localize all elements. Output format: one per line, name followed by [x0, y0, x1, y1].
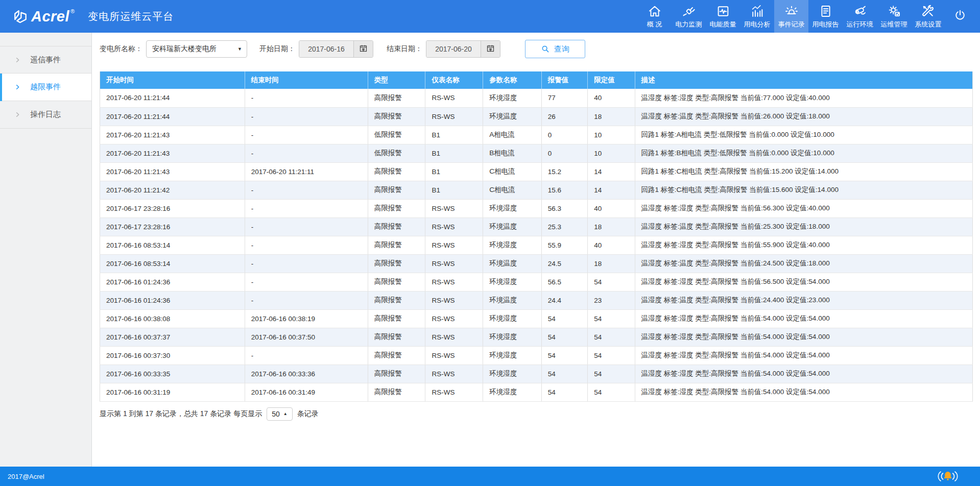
cell-alarm-value: 54: [541, 309, 588, 328]
search-icon: [541, 44, 550, 54]
cell-param-name: 环境湿度: [483, 383, 542, 401]
power-quality-icon: [716, 4, 730, 18]
cell-type: 高限报警: [368, 199, 425, 217]
brand: Acrel ® 变电所运维云平台: [0, 0, 174, 33]
nav-item-1[interactable]: 概 况: [637, 0, 672, 33]
col-start-time: 开始时间: [100, 71, 245, 89]
cell-end-time: -: [245, 217, 368, 236]
cell-description: 温湿度 标签:温度 类型:高限报警 当前值:25.300 设定值:18.000: [635, 217, 972, 236]
cell-meter-name: RS-WS: [425, 199, 483, 217]
table-body: 2017-06-20 11:21:44-高限报警RS-WS环境湿度7740温湿度…: [100, 89, 973, 401]
start-date-input[interactable]: [299, 41, 353, 57]
cell-type: 高限报警: [368, 217, 425, 236]
cell-description: 回路1 标签:B相电流 类型:低限报警 当前值:0.000 设定值:10.000: [635, 144, 972, 162]
cell-end-time: -: [245, 181, 368, 199]
cell-end-time: -: [245, 346, 368, 364]
events-table: 开始时间结束时间类型仪表名称参数名称报警值限定值描述 2017-06-20 11…: [100, 71, 973, 402]
copyright-text: 2017@Acrel: [8, 473, 44, 480]
cell-type: 高限报警: [368, 346, 425, 364]
cell-param-name: 环境温度: [483, 254, 542, 273]
nav-item-3[interactable]: 电能质量: [706, 0, 740, 33]
col-meter-name: 仪表名称: [425, 71, 483, 89]
nav-item-9[interactable]: 系统设置: [911, 0, 945, 33]
cell-param-name: C相电流: [483, 181, 542, 199]
nav-item-6[interactable]: 用电报告: [808, 0, 843, 33]
cell-param-name: 环境温度: [483, 291, 542, 309]
notification-bell-icon[interactable]: [936, 469, 960, 483]
table-row: 2017-06-20 11:21:44-高限报警RS-WS环境湿度7740温湿度…: [100, 89, 973, 107]
nav-item-4[interactable]: 用电分析: [740, 0, 774, 33]
cell-start-time: 2017-06-16 08:53:14: [100, 236, 245, 254]
cell-end-time: -: [245, 273, 368, 291]
sidebar-item-3[interactable]: 操作日志: [0, 101, 91, 129]
sidebar-item-1[interactable]: 遥信事件: [0, 46, 91, 74]
cell-alarm-value: 24.4: [541, 291, 588, 309]
cell-param-name: 环境湿度: [483, 328, 542, 346]
registered-trademark: ®: [70, 8, 75, 14]
page-size-select[interactable]: 50 ▲: [267, 407, 293, 421]
cell-alarm-value: 56.3: [541, 199, 588, 217]
chevron-right-icon: [14, 111, 21, 118]
table-row: 2017-06-16 01:24:36-高限报警RS-WS环境温度24.423温…: [100, 291, 973, 309]
cell-type: 高限报警: [368, 236, 425, 254]
cell-alarm-value: 24.5: [541, 254, 588, 273]
cell-meter-name: RS-WS: [425, 346, 483, 364]
cell-meter-name: RS-WS: [425, 328, 483, 346]
cell-description: 温湿度 标签:湿度 类型:高限报警 当前值:55.900 设定值:40.000: [635, 236, 972, 254]
logo-text: Acrel: [31, 8, 69, 25]
cell-type: 高限报警: [368, 107, 425, 126]
cell-type: 高限报警: [368, 181, 425, 199]
cell-start-time: 2017-06-16 00:31:19: [100, 383, 245, 401]
start-date-calendar-button[interactable]: [353, 41, 373, 57]
cell-limit-value: 14: [588, 162, 635, 181]
cell-end-time: -: [245, 144, 368, 162]
end-date-input[interactable]: [426, 41, 481, 57]
cell-type: 高限报警: [368, 383, 425, 401]
cell-limit-value: 10: [588, 144, 635, 162]
nav-item-5[interactable]: 事件记录: [774, 0, 808, 33]
logout-button[interactable]: [945, 0, 980, 33]
cell-limit-value: 14: [588, 181, 635, 199]
cell-alarm-value: 25.3: [541, 217, 588, 236]
cell-meter-name: RS-WS: [425, 254, 483, 273]
layout: 遥信事件越限事件操作日志 变电所名称： 安科瑞新大楼变电所 ▼ 开始日期： 结束…: [0, 33, 980, 467]
cell-description: 温湿度 标签:湿度 类型:高限报警 当前值:54.000 设定值:54.000: [635, 346, 972, 364]
table-row: 2017-06-16 00:37:372017-06-16 00:37:50高限…: [100, 328, 973, 346]
table-row: 2017-06-20 11:21:43-低限报警B1A相电流010回路1 标签:…: [100, 126, 973, 144]
cell-meter-name: RS-WS: [425, 236, 483, 254]
cell-description: 回路1 标签:A相电流 类型:低限报警 当前值:0.000 设定值:10.000: [635, 126, 972, 144]
cell-alarm-value: 54: [541, 364, 588, 383]
cell-start-time: 2017-06-20 11:21:44: [100, 107, 245, 126]
table-row: 2017-06-20 11:21:44-高限报警RS-WS环境温度2618温湿度…: [100, 107, 973, 126]
cell-alarm-value: 15.6: [541, 181, 588, 199]
cell-param-name: 环境湿度: [483, 364, 542, 383]
col-param-name: 参数名称: [483, 71, 542, 89]
cell-description: 温湿度 标签:湿度 类型:高限报警 当前值:77.000 设定值:40.000: [635, 89, 972, 107]
cell-end-time: 2017-06-20 11:21:11: [245, 162, 368, 181]
table-row: 2017-06-16 00:33:352017-06-16 00:33:36高限…: [100, 364, 973, 383]
nav-item-2[interactable]: 电力监测: [672, 0, 706, 33]
cell-type: 高限报警: [368, 291, 425, 309]
station-select-value: 安科瑞新大楼变电所: [152, 44, 217, 54]
cell-description: 温湿度 标签:温度 类型:高限报警 当前值:24.400 设定值:23.000: [635, 291, 972, 309]
station-select[interactable]: 安科瑞新大楼变电所 ▼: [146, 40, 247, 58]
query-button[interactable]: 查询: [525, 40, 585, 58]
cell-end-time: -: [245, 199, 368, 217]
cell-start-time: 2017-06-20 11:21:43: [100, 144, 245, 162]
end-date-label: 结束日期：: [387, 44, 422, 54]
cell-type: 低限报警: [368, 144, 425, 162]
cell-alarm-value: 0: [541, 126, 588, 144]
top-nav: 概 况电力监测电能质量用电分析事件记录用电报告运行环境运维管理系统设置: [637, 0, 945, 33]
query-button-label: 查询: [554, 44, 569, 54]
cell-end-time: -: [245, 107, 368, 126]
cell-description: 温湿度 标签:湿度 类型:高限报警 当前值:56.500 设定值:54.000: [635, 273, 972, 291]
table-row: 2017-06-16 00:37:30-高限报警RS-WS环境湿度5454温湿度…: [100, 346, 973, 364]
cell-alarm-value: 56.5: [541, 273, 588, 291]
sidebar-item-2[interactable]: 越限事件: [0, 74, 91, 101]
nav-item-8[interactable]: 运维管理: [877, 0, 911, 33]
nav-item-7[interactable]: 运行环境: [843, 0, 877, 33]
cell-end-time: -: [245, 236, 368, 254]
cell-limit-value: 23: [588, 291, 635, 309]
main-content: 变电所名称： 安科瑞新大楼变电所 ▼ 开始日期： 结束日期：: [92, 33, 980, 467]
end-date-calendar-button[interactable]: [481, 41, 500, 57]
